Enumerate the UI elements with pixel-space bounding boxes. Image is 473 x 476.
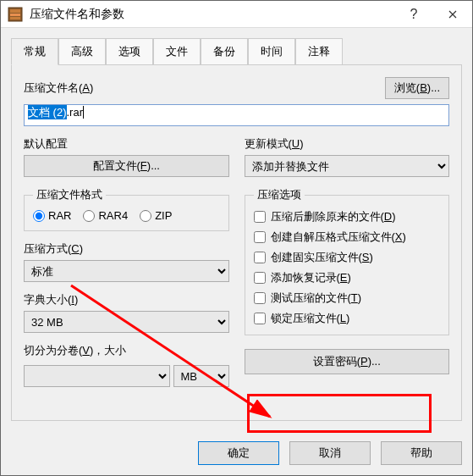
close-icon [448,10,457,19]
ok-button[interactable]: 确定 [198,441,279,465]
profile-label: 默认配置 [24,136,229,152]
svg-rect-3 [10,17,20,19]
annotation-highlight [247,394,432,433]
tab-comment[interactable]: 注释 [295,38,343,65]
opt-lock[interactable]: 锁定压缩文件(L) [254,311,441,326]
format-rar[interactable]: RAR [33,209,71,222]
options-legend: 压缩选项 [254,187,305,202]
svg-rect-2 [10,14,20,16]
tab-strip: 常规 高级 选项 文件 备份 时间 注释 [11,38,462,65]
svg-rect-1 [10,9,20,13]
options-group: 压缩选项 压缩后删除原来的文件(D) 创建自解压格式压缩文件(X) 创建固实压缩… [245,187,450,335]
opt-delete-after[interactable]: 压缩后删除原来的文件(D) [254,209,441,224]
help-button[interactable]: ? [394,1,433,28]
format-rar4[interactable]: RAR4 [83,209,128,222]
opt-solid[interactable]: 创建固实压缩文件(S) [254,250,441,265]
tab-time[interactable]: 时间 [248,38,295,65]
tab-general[interactable]: 常规 [11,38,58,65]
opt-test[interactable]: 测试压缩的文件(T) [254,291,441,306]
format-legend: 压缩文件格式 [33,187,106,202]
dict-label: 字典大小(I) [24,293,78,306]
help-button-footer[interactable]: 帮助 [381,441,462,465]
update-mode-select[interactable]: 添加并替换文件 [245,155,450,177]
method-select[interactable]: 标准 [24,260,229,282]
dialog-footer: 确定 取消 帮助 [1,431,472,475]
tab-options[interactable]: 选项 [106,38,153,65]
filename-input[interactable]: 文档 (2).rar [24,104,449,126]
browse-button[interactable]: 浏览(B)... [385,77,449,99]
method-label: 压缩方式(C) [24,242,83,255]
profile-button[interactable]: 配置文件(F)... [24,155,229,177]
tab-advanced[interactable]: 高级 [58,38,106,65]
tab-files[interactable]: 文件 [153,38,201,65]
titlebar: 压缩文件名和参数 ? [1,1,472,28]
split-label: 切分为分卷(V)，大小 [24,344,126,357]
split-unit-select[interactable]: MB [173,365,229,387]
close-button[interactable] [433,1,472,28]
tab-backup[interactable]: 备份 [201,38,248,65]
app-icon [8,7,23,22]
set-password-button[interactable]: 设置密码(P)... [245,349,450,374]
opt-recovery[interactable]: 添加恢复记录(E) [254,270,441,285]
dialog-window: 压缩文件名和参数 ? 常规 高级 选项 文件 备份 时间 注释 压缩文件名(A)… [0,0,473,476]
split-size-select[interactable] [24,365,170,387]
cancel-button[interactable]: 取消 [289,441,371,465]
tab-panel: 压缩文件名(A) 浏览(B)... 文档 (2).rar 默认配置 配置文件(F… [11,64,462,421]
filename-label: 压缩文件名(A) [24,80,93,96]
opt-sfx[interactable]: 创建自解压格式压缩文件(X) [254,230,441,245]
dict-select[interactable]: 32 MB [24,311,229,333]
format-zip[interactable]: ZIP [140,209,172,222]
format-group: 压缩文件格式 RAR RAR4 ZIP [24,187,229,231]
window-title: 压缩文件名和参数 [30,7,394,22]
update-label: 更新模式(U) [245,136,450,152]
